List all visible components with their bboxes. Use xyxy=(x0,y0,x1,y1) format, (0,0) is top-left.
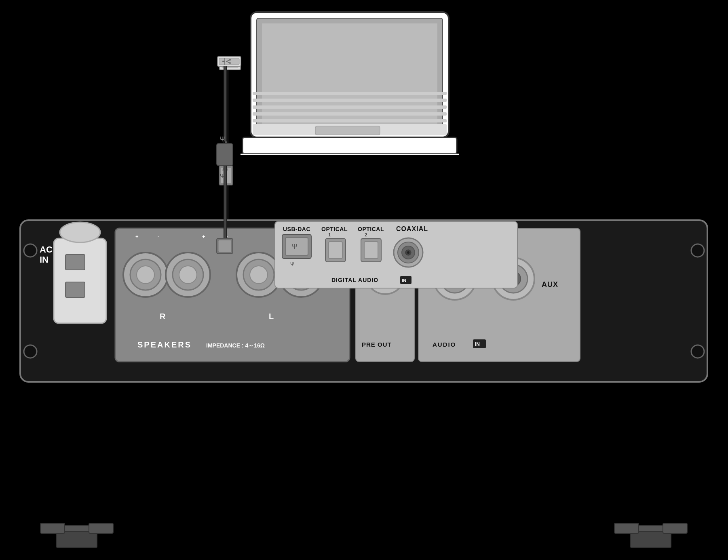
svg-text:AUDIO: AUDIO xyxy=(433,341,456,348)
svg-text:+: + xyxy=(202,234,205,240)
svg-point-54 xyxy=(179,266,197,284)
svg-rect-97 xyxy=(364,242,378,259)
svg-point-30 xyxy=(24,244,37,257)
svg-rect-8 xyxy=(253,99,447,102)
svg-text:L: L xyxy=(269,312,274,321)
svg-text:OPTICAL: OPTICAL xyxy=(358,226,384,232)
svg-rect-5 xyxy=(253,119,447,122)
svg-text:AUX: AUX xyxy=(542,280,558,288)
svg-rect-11 xyxy=(315,126,380,135)
svg-point-32 xyxy=(691,244,704,257)
svg-text:1: 1 xyxy=(328,232,331,237)
svg-text:USB-DAC: USB-DAC xyxy=(283,226,310,232)
svg-rect-7 xyxy=(253,105,447,109)
svg-text:Ψ: Ψ xyxy=(292,243,297,250)
svg-text:R: R xyxy=(160,312,166,321)
svg-point-31 xyxy=(24,345,37,358)
svg-rect-4 xyxy=(243,137,457,154)
svg-point-33 xyxy=(691,345,704,358)
svg-text:OPTICAL: OPTICAL xyxy=(321,226,348,232)
svg-text:DIGITAL  AUDIO: DIGITAL AUDIO xyxy=(331,277,378,283)
svg-rect-9 xyxy=(253,92,447,95)
svg-rect-116 xyxy=(219,58,239,65)
svg-rect-36 xyxy=(54,238,106,323)
svg-rect-109 xyxy=(40,523,65,533)
diagram-area: ⟷ ⚡ Ψ xyxy=(0,0,728,560)
svg-rect-38 xyxy=(65,255,85,270)
svg-point-103 xyxy=(407,251,409,254)
svg-point-51 xyxy=(137,266,154,284)
svg-rect-128 xyxy=(217,143,233,166)
svg-text:PRE OUT: PRE OUT xyxy=(362,341,392,348)
svg-point-57 xyxy=(250,266,268,284)
svg-text:Ψ: Ψ xyxy=(290,261,294,267)
svg-rect-93 xyxy=(329,242,342,259)
svg-point-37 xyxy=(60,222,100,242)
svg-text:AC: AC xyxy=(40,244,53,255)
svg-text:Ψ: Ψ xyxy=(219,136,225,143)
svg-text:+: + xyxy=(135,234,139,240)
svg-text:IN: IN xyxy=(40,255,49,265)
svg-rect-39 xyxy=(65,282,85,297)
svg-text:IMPEDANCE : 4～16Ω: IMPEDANCE : 4～16Ω xyxy=(206,342,265,349)
svg-rect-113 xyxy=(614,523,639,533)
svg-rect-110 xyxy=(89,523,113,533)
svg-text:COAXIAL: COAXIAL xyxy=(396,225,428,232)
svg-text:SPEAKERS: SPEAKERS xyxy=(137,340,192,349)
svg-rect-133 xyxy=(218,240,231,252)
svg-text:IN: IN xyxy=(475,341,480,347)
svg-rect-6 xyxy=(253,112,447,116)
svg-text:-: - xyxy=(158,234,159,240)
svg-text:IN: IN xyxy=(402,278,406,283)
svg-rect-114 xyxy=(663,523,687,533)
svg-text:2: 2 xyxy=(365,232,367,237)
